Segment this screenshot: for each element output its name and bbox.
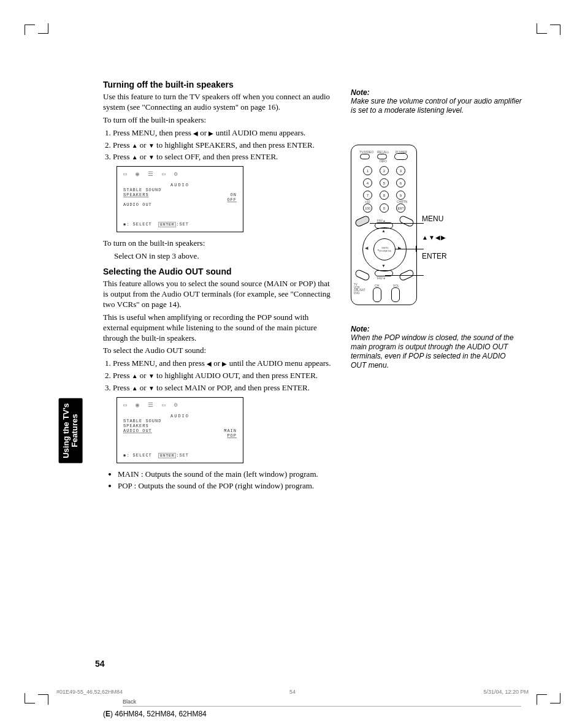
remote-sleep-button (399, 214, 415, 227)
definition-item: POP : Outputs the sound of the POP (righ… (118, 481, 336, 491)
leader-line (370, 223, 424, 224)
osd-screenshot-speakers: ▭ ◉ ☰ ▭ ⚙ AUDIO STABLE SOUND SPEAKERSONO… (117, 166, 243, 232)
footer-page: 54 (56, 689, 529, 695)
osd-item-highlight: AUDIO OUT (123, 428, 152, 438)
callout-menu: MENU (422, 214, 447, 223)
right-arrow-icon: ▶ (398, 246, 401, 251)
remote-num-100: 100 (363, 203, 372, 213)
remote-diagram: TV/VIDEO RECALL POWER INFO 1 2 3 4 5 6 7… (351, 132, 522, 317)
step-item: Press ▲ or ▼ to select OFF, and then pre… (113, 152, 336, 162)
step-item: Press ▲ or ▼ to highlight SPEAKERS, and … (113, 140, 336, 151)
osd-item: AUDIO OUT (123, 202, 152, 207)
crop-mark (25, 25, 35, 35)
paragraph-lead: To select the Audio OUT sound: (103, 346, 336, 356)
osd-item-highlight: SPEAKERS (123, 192, 149, 202)
page-body: Turning off the built-in speakers Use th… (103, 80, 532, 495)
remote-ch-rocker (373, 287, 381, 302)
remote-ent: ENT (396, 203, 405, 213)
remote-fav-down: FAV▼ (377, 276, 386, 280)
down-arrow-icon: ▼ (148, 154, 155, 161)
remote-label-chrtn: CHRTN (397, 200, 407, 203)
step-item: Press ▲ or ▼ to select MAIN or POP, and … (113, 383, 336, 393)
osd-value-highlight: OFF (227, 197, 237, 202)
osd-footer: ◉: SELECT ENTER:SET (123, 453, 237, 458)
remote-label-info: INFO (380, 159, 387, 163)
up-arrow-icon: ▲ (132, 154, 138, 161)
osd-value: MAIN (224, 428, 237, 433)
remote-num-7: 7 (363, 191, 372, 200)
paragraph: This feature allows you to select the so… (103, 279, 336, 310)
left-arrow-icon: ◀ (193, 130, 198, 137)
osd-screenshot-audioout: ▭ ◉ ☰ ▭ ⚙ AUDIO STABLE SOUND SPEAKERS AU… (117, 397, 243, 463)
paragraph-lead: To turn on the built-in speakers: (103, 238, 336, 249)
left-column: Turning off the built-in speakers Use th… (103, 80, 336, 495)
osd-item: STABLE SOUND (123, 188, 161, 192)
osd-value-highlight: POP (227, 433, 237, 438)
remote-button (377, 154, 387, 159)
leader-line (385, 275, 424, 276)
callout-enter: ENTER (422, 252, 447, 260)
remote-num-1: 1 (363, 166, 372, 175)
step-item: Press MENU, and then press ◀ or ▶ until … (113, 358, 336, 369)
remote-num-9: 9 (396, 191, 405, 200)
crop-mark (38, 694, 48, 705)
remote-num-5: 5 (380, 178, 389, 188)
paragraph: Select ON in step 3 above. (114, 251, 336, 262)
leader-line (416, 246, 416, 252)
remote-vol-rocker (391, 287, 400, 302)
steps-list: Press MENU, and then press ◀ or ▶ until … (103, 358, 336, 393)
remote-mode-switch: TVVCRCBL/SATDVD (354, 284, 365, 295)
footer-model: (E) 46HM84, 52HM84, 62HM84 (103, 710, 207, 718)
osd-value: ON (231, 192, 237, 197)
crop-mark (537, 694, 547, 705)
remote-button (360, 154, 370, 159)
osd-tab-icons: ▭ ◉ ☰ ▭ ⚙ (123, 401, 237, 409)
down-arrow-icon: ▼ (148, 142, 155, 149)
osd-title: AUDIO (123, 183, 237, 188)
crop-mark (550, 693, 560, 703)
footer-slug: #01E49-55_46,52,62HM84 54 5/31/04, 12:20… (56, 688, 529, 695)
note-label: Note: (351, 88, 522, 97)
down-arrow-icon: ▼ (381, 264, 386, 268)
note-text: When the POP window is closed, the sound… (351, 333, 522, 370)
steps-list: Press MENU, then press ◀ or ▶ until AUDI… (103, 128, 336, 163)
paragraph: This is useful when amplifying or record… (103, 313, 336, 344)
definitions-list: MAIN : Outputs the sound of the main (le… (103, 469, 336, 491)
right-column: Note: Make sure the volume control of yo… (351, 80, 522, 495)
remote-topmenu-button (354, 214, 371, 227)
remote-num-8: 8 (380, 191, 389, 200)
remote-num-6: 6 (396, 178, 405, 188)
osd-item: SPEAKERS (123, 423, 149, 428)
note-text: Make sure the volume control of your aud… (351, 97, 522, 115)
paragraph: Use this feature to turn the TV speakers… (103, 92, 336, 113)
page-number: 54 (95, 659, 105, 669)
remote-num-2: 2 (380, 166, 389, 175)
footer-ink: Black (123, 699, 521, 707)
up-arrow-icon: ▲ (132, 373, 138, 379)
osd-tab-icons: ▭ ◉ ☰ ▭ ⚙ (123, 170, 237, 178)
remote-num-0: 0 (380, 203, 389, 213)
section-heading-audioout: Selecting the Audio OUT sound (103, 267, 336, 276)
definition-item: MAIN : Outputs the sound of the main (le… (118, 469, 336, 480)
remote-power-button (394, 153, 408, 160)
chapter-tab: Using the TV'sFeatures (59, 398, 83, 463)
note-label: Note: (351, 325, 522, 333)
paragraph-lead: To turn off the built-in speakers: (103, 115, 336, 126)
section-heading-speakers: Turning off the built-in speakers (103, 80, 336, 89)
down-arrow-icon: ▼ (148, 385, 155, 392)
remote-num-3: 3 (396, 166, 405, 175)
crop-mark (25, 693, 35, 703)
left-arrow-icon: ◀ (365, 246, 368, 251)
osd-title: AUDIO (123, 414, 237, 419)
step-item: Press MENU, then press ◀ or ▶ until AUDI… (113, 128, 336, 138)
crop-mark (537, 23, 547, 34)
callout-arrows: ▲▼◀▶ (422, 234, 447, 241)
step-item: Press ▲ or ▼ to highlight AUDIO OUT, and… (113, 371, 336, 381)
remote-button (354, 268, 371, 281)
down-arrow-icon: ▼ (148, 373, 155, 379)
remote-callouts: MENU ▲▼◀▶ ENTER (422, 214, 447, 260)
crop-mark (38, 23, 48, 34)
osd-footer: ◉: SELECT ENTER:SET (123, 222, 237, 227)
left-arrow-icon: ◀ (207, 360, 212, 367)
up-arrow-icon: ▲ (132, 142, 138, 149)
